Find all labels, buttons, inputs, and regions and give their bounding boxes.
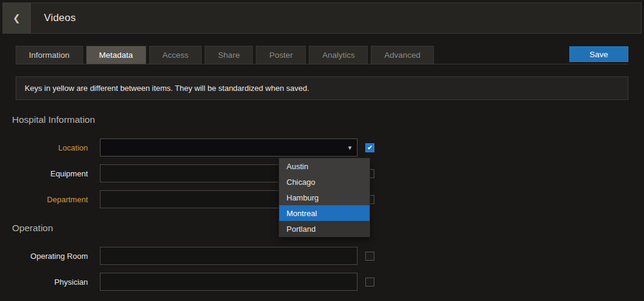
operating-room-checkbox[interactable] — [365, 252, 374, 261]
notice-banner: Keys in yellow are different between ite… — [16, 76, 628, 100]
tab-advanced[interactable]: Advanced — [371, 46, 433, 64]
operating-room-input[interactable] — [100, 247, 358, 265]
field-label-department: Department — [0, 195, 100, 204]
tab-share[interactable]: Share — [205, 46, 253, 64]
dropdown-option-chicago[interactable]: Chicago — [279, 174, 370, 190]
dropdown-option-montreal[interactable]: Montreal — [279, 205, 370, 221]
header: ❮ Videos — [2, 2, 642, 34]
section-title-hospital-information: Hospital Information — [12, 114, 644, 125]
location-dropdown[interactable]: ▾ — [100, 138, 358, 157]
field-label-operating-room: Operating Room — [0, 252, 100, 261]
chevron-left-icon: ❮ — [13, 13, 20, 23]
tab-access[interactable]: Access — [149, 46, 202, 64]
dropdown-option-hamburg[interactable]: Hamburg — [279, 190, 370, 205]
field-label-location: Location — [0, 143, 100, 152]
physician-input[interactable] — [100, 273, 358, 291]
location-dropdown-menu: Austin Chicago Hamburg Montreal Portland — [279, 158, 370, 237]
field-label-physician: Physician — [0, 278, 100, 287]
check-icon: ✔ — [367, 144, 373, 151]
tab-bar: Information Metadata Access Share Poster… — [16, 46, 628, 64]
form-row-physician: Physician — [0, 273, 644, 291]
tab-analytics[interactable]: Analytics — [309, 46, 368, 64]
dropdown-option-austin[interactable]: Austin — [279, 158, 370, 174]
dropdown-option-portland[interactable]: Portland — [279, 221, 370, 237]
back-button[interactable]: ❮ — [3, 3, 31, 33]
field-label-equipment: Equipment — [0, 169, 100, 178]
form-row-location: Location ▾ ✔ Austin Chicago Hamburg Mont… — [0, 138, 644, 157]
chevron-down-icon: ▾ — [348, 144, 351, 152]
tab-poster[interactable]: Poster — [256, 46, 306, 64]
form-row-operating-room: Operating Room — [0, 247, 644, 265]
tab-information[interactable]: Information — [16, 46, 83, 64]
page-title: Videos — [44, 3, 76, 33]
tab-metadata[interactable]: Metadata — [86, 46, 146, 64]
physician-checkbox[interactable] — [365, 278, 374, 287]
location-checkbox[interactable]: ✔ — [365, 143, 374, 152]
save-button[interactable]: Save — [569, 46, 628, 62]
